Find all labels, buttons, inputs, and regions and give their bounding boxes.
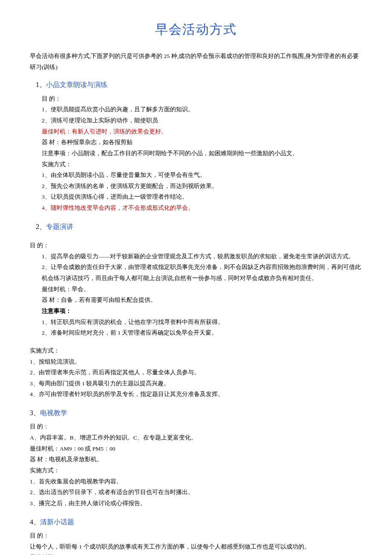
s1-line: 3、让职员提供演练心得，进而由上一级管理者作结论。 <box>30 191 362 202</box>
s2-line-notes: 注意事项： <box>30 306 362 317</box>
s2-line: 4、亦可由管理者针对职员的所学及专长，指定题目让其充分准备及发挥。 <box>30 389 362 400</box>
s3-line: 2、选出适当的节目录下，或者有适合的节目也可在当时播出。 <box>30 487 362 498</box>
s3-line: 最佳时机：AM9：00 或 PM5：00 <box>30 443 362 454</box>
section-3-title: 电视教学 <box>40 409 67 416</box>
s4-line: 目 的： <box>30 530 362 541</box>
section-3-heading: 3、电视教学 <box>30 407 362 419</box>
s3-line: 实施方式： <box>30 465 362 476</box>
section-2-title: 专题演讲 <box>46 223 73 230</box>
s2-line: 2、让早会成败的责任归于大家，由管理者或指定职员事先充分准备，则不会因缺乏内容而… <box>30 262 362 283</box>
s1-line: 2、预先公布演练的名单，使演练双方更能配合，而达到视听效果。 <box>30 181 362 192</box>
s2-line: 1、按组轮流演说。 <box>30 356 362 367</box>
s1-line: 目 的： <box>30 93 362 104</box>
s2-line: 1、提高早会的吸引力——对于较新颖的企业管理观念及工作方式，较易激发职员的求知欲… <box>30 251 362 262</box>
s1-line: 1、由全体职员朗读小品，尽量使音量加大，可使早会有生气。 <box>30 170 362 181</box>
s2-top: 目 的： <box>30 240 362 251</box>
s1-line: 2、演练可使理论加上实际的动作，能使职员 <box>30 115 362 126</box>
s4-line: 最佳时机： <box>30 552 362 555</box>
s3-line: 1、首先收集晨会的电视教学内容。 <box>30 476 362 487</box>
s2-line: 1、转正职员均应有演说的机会，让他在学习找寻资料中而有所获得。 <box>30 317 362 328</box>
s1-line: 器 材：各种报章杂志，如各报剪贴 <box>30 137 362 148</box>
s1-line: 注意事项：小品朗读，配合工作目的不同时期给予不同的小品，如困难期则给一些激励的小… <box>30 148 362 159</box>
intro-paragraph: 早会活动有很多种方式,下面罗列的只是可供参考的 25 种,成功的早会预示着成功的… <box>30 51 362 72</box>
section-4-number: 4、 <box>30 518 40 526</box>
s2-line: 最佳时机：早会。 <box>30 284 362 295</box>
section-2-number: 2、 <box>36 223 46 230</box>
s2-line: 3、每周由部门提供 1 较具吸引力的主题以提高兴趣。 <box>30 378 362 389</box>
s3-line: 3、播完之后，由主持人做讨论或心得报告。 <box>30 498 362 509</box>
section-1-number: 1、 <box>36 81 46 88</box>
s1-line: 实施方式： <box>30 159 362 170</box>
page-title: 早会活动方式 <box>30 17 362 41</box>
s2-line: 器 材：自备，若有需要可由组长配合提供。 <box>30 295 362 306</box>
s2-line: 2、准备时间应绝对充分，前 1 天管理者应再确定以免早会开天窗。 <box>30 327 362 338</box>
s4-line: 让每个人，听听每 1 个成功职员的故事或有关工作方面的事，以使每个人都感受到做工… <box>30 541 362 552</box>
section-3-number: 3、 <box>30 409 40 416</box>
s1-line: 1、使职员能提高欣赏小品的兴趣，且了解多方面的知识。 <box>30 104 362 115</box>
s1-line-best-time: 最佳时机：有新人引进时，演练的效果会更好。 <box>30 126 362 137</box>
s3-line: 目 的： <box>30 421 362 432</box>
section-4-heading: 4、清新小话题 <box>30 516 362 529</box>
section-1-title: 小品文章朗读与演练 <box>46 81 107 88</box>
s1-line-flex: 4、随时弹性地改变早会内容，才不会形成形式化的早会。 <box>30 202 362 214</box>
s2-line: 2、由管理者率先示范，而后再指定其他人，尽量全体人员参与。 <box>30 367 362 378</box>
section-1-heading: 1、小品文章朗读与演练 <box>30 78 362 91</box>
section-2-heading: 2、专题演讲 <box>30 220 362 233</box>
s3-line: A、内容丰富。B、增进工作外的知识。C、在专题上更富变化。 <box>30 432 362 443</box>
s3-line: 器 材：电视机及录放影机。 <box>30 454 362 465</box>
s2-line: 实施方式： <box>30 345 362 356</box>
section-4-title: 清新小话题 <box>40 518 74 526</box>
